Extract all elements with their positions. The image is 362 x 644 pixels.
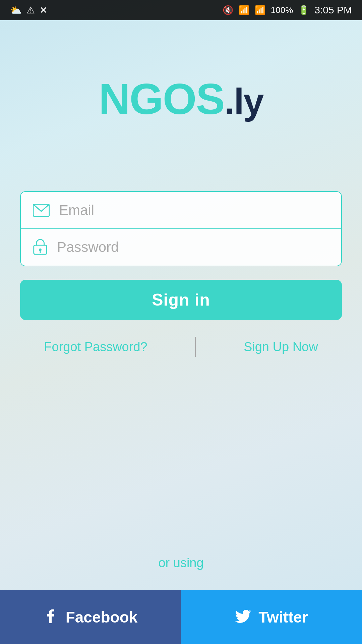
login-form xyxy=(20,191,342,266)
facebook-label: Facebook xyxy=(66,608,138,626)
email-input[interactable] xyxy=(59,202,329,218)
status-bar: ⛅ ⚠ ✕ 🔇 📶 📶 100% 🔋 3:05 PM xyxy=(0,0,362,20)
status-time: 3:05 PM xyxy=(314,4,352,16)
or-using-label: or using xyxy=(158,556,203,570)
facebook-button[interactable]: Facebook xyxy=(0,590,181,644)
battery-icon: 🔋 xyxy=(298,5,309,15)
wifi-icon: 📶 xyxy=(239,5,249,15)
logo: NGOS.ly xyxy=(99,74,263,123)
signup-link[interactable]: Sign Up Now xyxy=(244,340,318,354)
status-right-icons: 🔇 📶 📶 100% 🔋 3:05 PM xyxy=(223,4,352,16)
link-divider xyxy=(195,337,196,357)
battery-text: 100% xyxy=(271,5,293,15)
twitter-icon xyxy=(235,607,251,627)
logo-area: NGOS.ly xyxy=(99,74,263,124)
email-icon xyxy=(33,204,50,217)
signal-icon: 📶 xyxy=(255,5,265,15)
twitter-label: Twitter xyxy=(258,608,308,626)
logo-ngos: NGOS xyxy=(99,74,224,123)
warning-icon: ⚠ xyxy=(26,5,35,16)
mute-icon: 🔇 xyxy=(223,5,233,15)
lock-icon xyxy=(33,238,48,256)
twitter-button[interactable]: Twitter xyxy=(181,590,362,644)
social-bar: Facebook Twitter xyxy=(0,590,362,644)
close-icon: ✕ xyxy=(40,5,47,16)
forgot-password-link[interactable]: Forgot Password? xyxy=(44,340,147,354)
password-input[interactable] xyxy=(57,239,329,255)
main-content: NGOS.ly xyxy=(0,20,362,590)
email-row xyxy=(21,192,341,229)
links-row: Forgot Password? Sign Up Now xyxy=(20,337,342,357)
password-row xyxy=(21,229,341,266)
logo-suffix: .ly xyxy=(224,80,263,122)
weather-icon: ⛅ xyxy=(10,5,22,16)
facebook-icon xyxy=(44,607,58,627)
status-left-icons: ⛅ ⚠ ✕ xyxy=(10,5,47,16)
signin-button[interactable]: Sign in xyxy=(20,280,342,320)
